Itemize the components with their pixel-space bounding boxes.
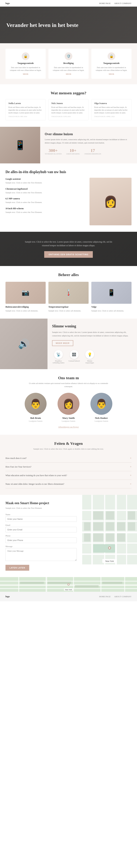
footer-logo: logo	[5, 595, 10, 598]
smart-woning-button[interactable]: MEER MEER	[52, 340, 73, 346]
woning-icon-label-0: Draadloze verbinding maken	[52, 360, 65, 364]
svg-rect-4	[82, 542, 137, 544]
phone-input[interactable]	[5, 537, 77, 543]
faq-item-2[interactable]: What education and/or training do you ha…	[5, 471, 132, 480]
smart-info-content: Over slimme huizen Lorem ipsum dolor sit…	[40, 127, 137, 163]
email-field: Email	[5, 524, 77, 532]
svg-rect-20	[128, 511, 135, 520]
map-svg: New York	[82, 495, 137, 564]
nav-logo[interactable]: logo	[5, 2, 10, 5]
name-label: Name	[5, 513, 77, 516]
hub-feature-2: 6.5 MP-camera Sample text. Click to sele…	[5, 197, 86, 204]
team-name-2: Nick Donker	[87, 416, 116, 420]
contact-form-area: Maak een Smart Home-project Sample text.…	[0, 495, 82, 577]
hero-title: Verander het leven in het beste	[6, 22, 83, 29]
testimonial-1: Nick Jonsen Proin sed libero enim sed fa…	[48, 99, 89, 120]
message-input[interactable]	[5, 548, 77, 561]
svg-rect-11	[106, 511, 114, 520]
email-input[interactable]	[5, 527, 77, 532]
manage-grid: 📷 Buitencamerabeveiliging Sample text. C…	[5, 282, 132, 312]
manage-title-0: Buitencamerabeveiliging	[5, 306, 46, 308]
svg-rect-3	[82, 531, 137, 533]
phone-field: Phone	[5, 534, 77, 543]
hub-feature-text-3: Sample text. Click to select the Text El…	[5, 211, 86, 214]
contact-subtext: Sample text. Click to select the Text El…	[5, 506, 77, 510]
team-avatar-1: 👩	[57, 393, 80, 415]
nav-links: HOME PAGE ABOUT COMPANY	[99, 2, 132, 4]
message-field: Message	[5, 545, 77, 562]
testimonial-text-1: Proin sed libero enim sed faucibus turpi…	[51, 106, 86, 114]
hub-feature-title-0: Google-assistent	[5, 178, 86, 181]
team-section: Ons team m Ut enim ad minim veniam quis …	[0, 369, 137, 435]
feature-icon-2: 🔒	[107, 52, 115, 60]
testimonial-0: Stella Larsen Proin sed libero enim sed …	[5, 99, 46, 120]
hero-section: Verander het leven in het beste	[0, 7, 137, 43]
testimonials-heading: Wat mensen zeggen?	[5, 91, 132, 95]
svg-rect-8	[115, 495, 117, 564]
smart-woning-image: 🔊	[0, 318, 47, 369]
nav-link-home[interactable]: HOME PAGE	[99, 2, 111, 4]
name-input[interactable]	[5, 516, 77, 522]
manage-text-2: Sample text. Click to select all element…	[91, 309, 132, 312]
svg-rect-2	[82, 521, 137, 522]
feature-icon-0: 🔒	[22, 52, 30, 60]
testimonial-date-1: TOEGEVOEGD: JUNI 2024	[51, 116, 86, 118]
stat-0: 300+ TEVREDEN KLANTEN	[45, 148, 61, 155]
feature-link-1[interactable]: MEER	[52, 73, 85, 75]
footer-links: HOME PAGE ABOUT COMPANY	[99, 595, 132, 598]
hub-feature-text-1: Sample text. Click to select the Text El…	[5, 191, 86, 194]
svg-rect-31	[18, 577, 19, 592]
team-heading: Ons team m	[5, 376, 132, 380]
feature-link-0[interactable]: MEER	[9, 73, 42, 75]
svg-rect-6	[91, 495, 93, 564]
footer: logo HOME PAGE ABOUT COMPANY	[0, 592, 137, 601]
svg-rect-12	[93, 522, 103, 531]
nav-link-about[interactable]: ABOUT COMPANY	[115, 2, 132, 4]
faq-item-1[interactable]: How Fast Are Your Services? +	[5, 463, 132, 471]
feature-text-1: Duis aute irure dolor in reprehenderit i…	[52, 66, 85, 72]
svg-rect-9	[126, 495, 127, 564]
manage-item-2: 📱 Volge Sample text. Click to select all…	[91, 282, 132, 312]
faq-question-2: What education and/or training do you ha…	[5, 474, 67, 477]
stat-num-1: 10+	[66, 148, 80, 153]
team-name-1: Mary Smith	[54, 416, 83, 420]
svg-rect-7	[104, 495, 105, 564]
hub-feature-title-2: 6.5 MP-camera	[5, 197, 86, 200]
manage-text-1: Sample text. Click to select all element…	[48, 309, 89, 312]
team-role-0: Loodgieter fontein	[21, 420, 50, 422]
team-name-0: Bob Bruin	[21, 416, 50, 420]
team-avatar-2: 👨	[90, 393, 112, 415]
stat-num-0: 300+	[45, 148, 61, 153]
feature-link-2[interactable]: MEER	[95, 73, 128, 75]
svg-rect-19	[84, 533, 90, 541]
woning-icon-0: 📡 Draadloze verbinding maken	[52, 350, 65, 364]
footer-link-home[interactable]: HOME PAGE	[99, 595, 111, 598]
navbar: logo HOME PAGE ABOUT COMPANY	[0, 0, 137, 7]
svg-rect-21	[128, 522, 135, 531]
team-member-1: 👩 Mary Smith Loodgieter fontein	[54, 393, 83, 422]
cta-banner: Sample text. Click to select the text. L…	[0, 232, 137, 266]
feature-card-2: 🔒 Toegangscontrole Duis aute irure dolor…	[91, 49, 132, 79]
faq-item-0[interactable]: How much does it cost? +	[5, 454, 132, 463]
svg-rect-34	[100, 577, 101, 592]
faq-item-3[interactable]: Nunc sit amet sldm dolor. Integer iaculi…	[5, 480, 132, 488]
phone-label: Phone	[5, 534, 77, 537]
faq-expand-icon-1: +	[130, 465, 132, 468]
svg-rect-37	[47, 582, 71, 584]
faq-expand-icon-2: +	[130, 474, 132, 477]
footer-link-about[interactable]: ABOUT COMPANY	[115, 595, 132, 598]
hub-feature-title-3: 10 inch HD-scherm	[5, 207, 86, 210]
team-link[interactable]: Afbeeldingen van Project	[58, 426, 79, 428]
svg-rect-36	[20, 582, 44, 584]
faq-section: Feiten & Vragen Sample text. Click to se…	[0, 435, 137, 495]
faq-heading: Feiten & Vragen	[5, 441, 132, 446]
manage-img-2: 📱	[91, 282, 132, 304]
hub-feature-title-1: Chromecast ingebouwd	[5, 188, 86, 190]
testimonial-text-2: Proin sed libero enim sed faucibus turpi…	[94, 106, 129, 114]
cta-button[interactable]: ONTVANG EEN GRATIS SCHATTING	[44, 251, 93, 258]
smart-info-section: 📱 Over slimme huizen Lorem ipsum dolor s…	[0, 127, 137, 163]
manage-text-0: Sample text. Click to select all element…	[5, 309, 46, 312]
svg-rect-15	[93, 533, 103, 541]
woning-icons: 📡 Draadloze verbinding maken 🎛️ Centraal…	[52, 350, 132, 364]
submit-button[interactable]: LATEN LATEN	[5, 565, 29, 571]
